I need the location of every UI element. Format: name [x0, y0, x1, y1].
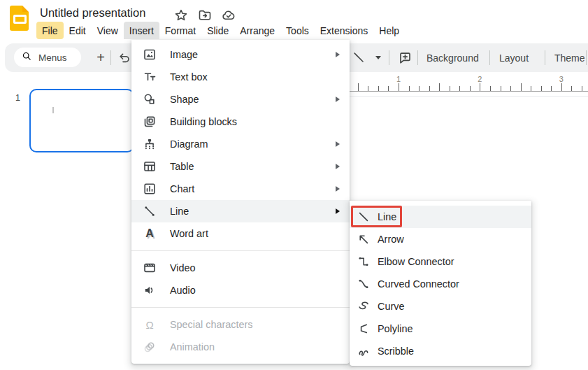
cloud-saved-icon[interactable] — [222, 8, 236, 22]
menu-item-label: Video — [170, 262, 340, 273]
insert-menu-item-text-box[interactable]: Text box — [131, 66, 350, 88]
image-icon — [143, 48, 157, 62]
menu-slide[interactable]: Slide — [201, 22, 234, 39]
insert-menu-item-line[interactable]: Line — [131, 200, 350, 222]
insert-menu-item-diagram[interactable]: Diagram — [131, 133, 350, 155]
document-title[interactable]: Untitled presentation — [40, 6, 145, 20]
search-label: Menus — [38, 52, 67, 63]
menu-item-label: Animation — [170, 341, 340, 353]
chart-icon — [143, 182, 157, 196]
star-icon[interactable] — [174, 8, 188, 22]
line-icon — [357, 210, 371, 224]
menu-item-label: Shape — [170, 94, 336, 105]
video-icon — [143, 261, 157, 275]
insert-menu-item-chart[interactable]: Chart — [131, 178, 350, 200]
menu-item-label: Special characters — [170, 319, 340, 330]
insert-menu-item-audio[interactable]: Audio — [131, 279, 350, 301]
submenu-item-elbow-connector[interactable]: Elbow Connector — [350, 250, 531, 273]
submenu-item-curve[interactable]: Curve — [350, 295, 531, 318]
ruler-tick — [439, 83, 440, 91]
menu-item-label: Image — [170, 49, 336, 60]
ruler-tick — [388, 86, 389, 91]
submenu-item-arrow[interactable]: Arrow — [350, 228, 531, 250]
insert-menu-item-special-characters: Ω Special characters — [131, 313, 350, 336]
diagram-icon — [143, 137, 157, 151]
ruler-tick — [480, 83, 480, 91]
menu-extensions[interactable]: Extensions — [315, 22, 373, 39]
ruler-tick — [561, 83, 562, 91]
ruler-tick — [358, 83, 359, 91]
submenu-arrow-icon — [336, 97, 340, 102]
menu-tools[interactable]: Tools — [280, 22, 315, 39]
ruler-tick — [510, 86, 511, 91]
polyline-icon — [357, 322, 371, 336]
menu-format[interactable]: Format — [159, 22, 201, 39]
ruler-tick — [551, 86, 552, 91]
insert-menu-item-image[interactable]: Image — [131, 43, 350, 66]
insert-menu-item-building-blocks[interactable]: Building blocks — [131, 111, 350, 133]
elbow-connector-icon — [357, 255, 371, 269]
animation-icon — [143, 340, 157, 354]
insert-menu-item-animation: Animation — [131, 336, 350, 358]
ruler-tick — [501, 86, 501, 91]
menu-file[interactable]: File — [36, 22, 64, 39]
menu-view[interactable]: View — [92, 22, 124, 39]
ruler-number: 1 — [396, 75, 401, 83]
add-button[interactable]: + — [92, 48, 110, 66]
background-button[interactable]: Background — [424, 43, 482, 72]
thumbnail-placeholder-mark — [52, 107, 54, 113]
ruler-number: 3 — [559, 75, 564, 83]
menu-edit[interactable]: Edit — [64, 22, 92, 39]
menu-separator — [131, 250, 350, 251]
submenu-arrow-icon — [336, 52, 340, 57]
ruler-tick — [368, 86, 368, 91]
ruler-tick — [378, 86, 379, 91]
insert-menu-item-shape[interactable]: Shape — [131, 88, 350, 111]
insert-menu-item-word-art[interactable]: A Word art — [131, 222, 350, 245]
search-menus-button[interactable]: Menus — [14, 48, 81, 67]
line-tool-caret-icon[interactable] — [375, 56, 381, 59]
ruler-tick — [429, 86, 430, 91]
menu-insert[interactable]: Insert — [124, 22, 159, 39]
menu-item-label: Curve — [378, 301, 520, 312]
menu-help[interactable]: Help — [373, 22, 405, 39]
submenu-item-line[interactable]: Line — [350, 206, 531, 228]
building-blocks-icon — [143, 115, 157, 129]
ruler-tick — [521, 83, 522, 91]
menu-item-label: Text box — [170, 71, 340, 83]
toolbar-divider — [586, 50, 587, 65]
menu-item-label: Chart — [170, 183, 336, 194]
ruler-tick — [450, 86, 450, 91]
ruler-tick — [409, 86, 410, 91]
logo-frame — [13, 15, 27, 24]
slide-thumbnail[interactable] — [29, 89, 134, 152]
toolbar-divider — [545, 50, 545, 65]
menu-item-label: Diagram — [170, 138, 336, 150]
submenu-arrow-icon — [336, 141, 340, 147]
theme-button[interactable]: Theme — [552, 43, 588, 72]
submenu-item-polyline[interactable]: Polyline — [350, 318, 531, 340]
menu-item-label: Elbow Connector — [378, 256, 520, 267]
ruler-tick — [531, 86, 531, 91]
undo-icon[interactable] — [117, 50, 131, 64]
google-slides-logo[interactable] — [10, 6, 29, 31]
ruler-tick — [541, 86, 542, 91]
submenu-item-curved-connector[interactable]: Curved Connector — [350, 273, 531, 295]
ruler-tick — [419, 86, 420, 91]
curve-icon — [357, 299, 371, 313]
toolbar-divider — [110, 50, 111, 65]
move-folder-icon[interactable] — [198, 8, 212, 22]
word-art-icon: A — [143, 227, 157, 241]
menu-arrange[interactable]: Arrange — [234, 22, 280, 39]
submenu-arrow-icon — [336, 186, 340, 192]
layout-button[interactable]: Layout — [496, 43, 531, 72]
scribble-icon — [357, 344, 371, 358]
insert-menu-item-video[interactable]: Video — [131, 257, 350, 279]
submenu-item-scribble[interactable]: Scribble — [350, 340, 531, 362]
submenu-arrow-icon — [336, 164, 340, 169]
toolbar-divider — [489, 50, 490, 65]
menu-item-label: Line — [378, 211, 520, 222]
add-comment-icon[interactable] — [398, 50, 412, 64]
insert-menu-item-table[interactable]: Table — [131, 155, 350, 178]
line-tool-icon[interactable] — [352, 50, 366, 64]
